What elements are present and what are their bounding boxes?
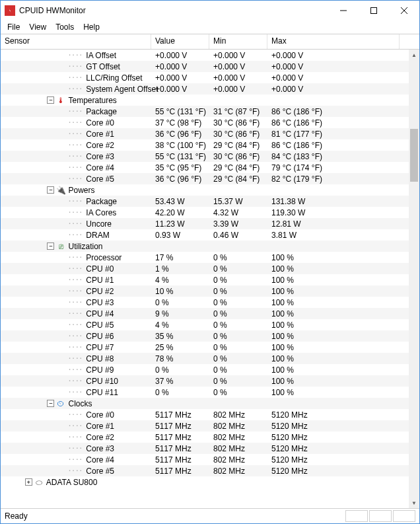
cell-max: 86 °C (186 °F) bbox=[267, 118, 400, 128]
cell-max: 100 % bbox=[267, 264, 400, 274]
close-button[interactable] bbox=[389, 1, 419, 20]
cell-min: 802 MHz bbox=[209, 433, 267, 442]
cell-value: 4 % bbox=[151, 320, 209, 330]
sensor-label: CPU #10 bbox=[86, 377, 118, 386]
column-headers: Sensor Value Min Max bbox=[1, 34, 419, 50]
sensor-row: ···· Core #435 °C (95 °F)29 °C (84 °F)79… bbox=[1, 162, 409, 173]
sensor-row: ···· Core #037 °C (98 °F)30 °C (86 °F)86… bbox=[1, 117, 409, 128]
cell-value: 38 °C (100 °F) bbox=[151, 141, 209, 150]
sensor-label: DRAM bbox=[86, 231, 109, 240]
col-min[interactable]: Min bbox=[209, 34, 267, 49]
cell-value: 5117 MHz bbox=[151, 410, 209, 420]
cell-value: 78 % bbox=[151, 354, 209, 363]
menu-tools[interactable]: Tools bbox=[52, 21, 78, 33]
sensor-row: ···· CPU #14 %0 %100 % bbox=[1, 274, 409, 285]
menubar: File View Tools Help bbox=[1, 20, 419, 34]
cell-max: 5120 MHz bbox=[267, 455, 400, 465]
sensor-label: CPU #6 bbox=[86, 332, 114, 341]
sensor-label: Clocks bbox=[68, 399, 92, 408]
sensor-row: ···· Core #136 °C (96 °F)30 °C (86 °F)81… bbox=[1, 128, 409, 139]
col-value[interactable]: Value bbox=[151, 34, 209, 49]
cell-value: 42.20 W bbox=[151, 208, 209, 217]
sensor-label: CPU #1 bbox=[86, 276, 114, 285]
cell-max: 100 % bbox=[267, 377, 400, 386]
cell-max: +0.000 V bbox=[267, 62, 400, 71]
sensor-label: CPU #4 bbox=[86, 309, 114, 318]
tree-section[interactable]: −⎚Utilization bbox=[1, 241, 409, 252]
cell-value: 5117 MHz bbox=[151, 444, 209, 453]
cell-value: 1 % bbox=[151, 264, 209, 274]
maximize-button[interactable] bbox=[359, 1, 389, 20]
cell-min: 802 MHz bbox=[209, 422, 267, 431]
sensor-label: Core #1 bbox=[86, 422, 114, 431]
cell-min: 0 % bbox=[209, 388, 267, 397]
sensor-row: ···· System Agent Offset+0.000 V+0.000 V… bbox=[1, 83, 409, 94]
minimize-button[interactable] bbox=[328, 1, 359, 20]
sensor-row: ···· CPU #878 %0 %100 % bbox=[1, 353, 409, 364]
cell-value: 9 % bbox=[151, 309, 209, 318]
cell-min: 15.37 W bbox=[209, 197, 267, 206]
sensor-label: CPU #0 bbox=[86, 264, 114, 274]
scroll-thumb[interactable] bbox=[410, 129, 418, 182]
cell-max: 100 % bbox=[267, 354, 400, 363]
cell-max: 5120 MHz bbox=[267, 422, 400, 431]
cell-value: 37 °C (98 °F) bbox=[151, 118, 209, 128]
sensor-label: Package bbox=[86, 107, 117, 116]
sensor-tree: ···· IA Offset+0.000 V+0.000 V+0.000 V ·… bbox=[1, 50, 419, 508]
sensor-label: Core #3 bbox=[86, 444, 114, 453]
sensor-row: ···· CPU #635 %0 %100 % bbox=[1, 330, 409, 342]
cell-max: 84 °C (183 °F) bbox=[267, 152, 400, 161]
menu-file[interactable]: File bbox=[3, 21, 24, 33]
scroll-down-icon[interactable]: ▼ bbox=[409, 498, 419, 508]
tree-section[interactable]: −🔌Powers bbox=[1, 184, 409, 196]
expand-toggle[interactable]: − bbox=[47, 186, 54, 194]
cell-max: 86 °C (186 °F) bbox=[267, 107, 400, 116]
sensor-label: IA Offset bbox=[86, 51, 116, 60]
cell-min: 29 °C (84 °F) bbox=[209, 174, 267, 184]
cell-min: 0 % bbox=[209, 276, 267, 285]
tree-section[interactable]: −🌡Temperatures bbox=[1, 94, 409, 106]
cell-value: 35 % bbox=[151, 332, 209, 341]
cell-max: 131.38 W bbox=[267, 197, 400, 206]
cell-value: +0.000 V bbox=[151, 62, 209, 71]
sensor-row: ···· IA Cores42.20 W4.32 W119.30 W bbox=[1, 207, 409, 218]
cell-min: 30 °C (86 °F) bbox=[209, 152, 267, 161]
cell-min: 802 MHz bbox=[209, 444, 267, 453]
col-max[interactable]: Max bbox=[267, 34, 400, 49]
vertical-scrollbar[interactable]: ▲ ▼ bbox=[409, 50, 419, 508]
menu-view[interactable]: View bbox=[25, 21, 50, 33]
status-box bbox=[393, 510, 415, 522]
cell-min: 0 % bbox=[209, 264, 267, 274]
app-window: CPUID HWMonitor File View Tools Help Sen… bbox=[0, 0, 420, 524]
cell-max: 100 % bbox=[267, 309, 400, 318]
scroll-up-icon[interactable]: ▲ bbox=[409, 50, 419, 60]
cell-value: 5117 MHz bbox=[151, 422, 209, 431]
cell-value: 0 % bbox=[151, 365, 209, 375]
sensor-label: CPU #2 bbox=[86, 287, 114, 296]
cell-min: 0 % bbox=[209, 343, 267, 352]
cell-value: 55 °C (131 °F) bbox=[151, 107, 209, 116]
util-icon: ⎚ bbox=[56, 242, 65, 251]
cell-value: 4 % bbox=[151, 276, 209, 285]
sensor-row: ···· DRAM0.93 W0.46 W3.81 W bbox=[1, 229, 409, 241]
expand-toggle[interactable]: + bbox=[25, 478, 32, 486]
status-box bbox=[345, 510, 368, 522]
tree-section[interactable]: +⬭ADATA SU800 bbox=[1, 476, 409, 488]
cell-max: 82 °C (179 °F) bbox=[267, 174, 400, 184]
cell-min: +0.000 V bbox=[209, 62, 267, 71]
cell-value: 5117 MHz bbox=[151, 455, 209, 465]
sensor-label: GT Offset bbox=[86, 62, 120, 71]
cell-min: 802 MHz bbox=[209, 467, 267, 476]
expand-toggle[interactable]: − bbox=[47, 243, 54, 250]
menu-help[interactable]: Help bbox=[79, 21, 104, 33]
cell-min: 0.46 W bbox=[209, 231, 267, 240]
expand-toggle[interactable]: − bbox=[47, 96, 54, 104]
titlebar[interactable]: CPUID HWMonitor bbox=[1, 1, 419, 20]
col-sensor[interactable]: Sensor bbox=[1, 34, 151, 49]
sensor-label: CPU #9 bbox=[86, 365, 114, 375]
cell-max: +0.000 V bbox=[267, 85, 400, 94]
expand-toggle[interactable]: − bbox=[47, 400, 54, 407]
tree-section[interactable]: −⏲Clocks bbox=[1, 398, 409, 409]
cell-max: 12.81 W bbox=[267, 219, 400, 229]
sensor-row: ···· CPU #90 %0 %100 % bbox=[1, 364, 409, 375]
